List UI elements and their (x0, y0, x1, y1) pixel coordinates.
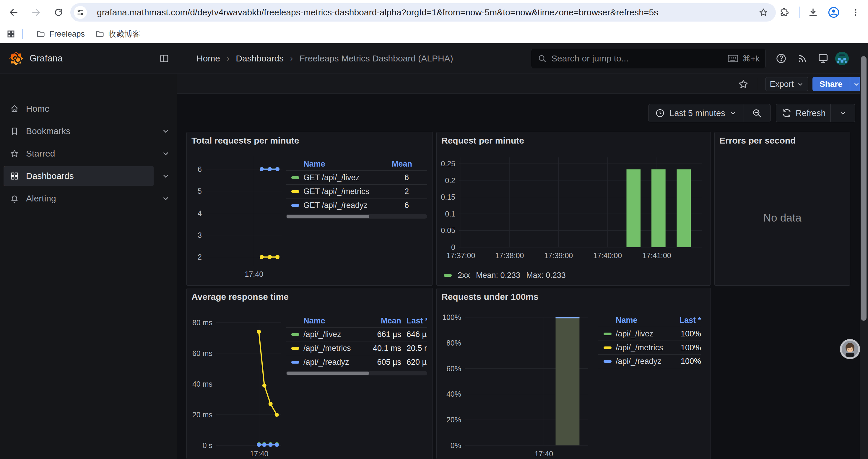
legend-row[interactable]: /api/_/metrics 100% (598, 340, 701, 355)
svg-text:80 ms: 80 ms (192, 319, 212, 327)
panel-title[interactable]: Total requests per minute (191, 136, 299, 145)
scrollbar-thumb[interactable] (861, 56, 867, 321)
grafana-logo[interactable] (9, 52, 23, 66)
legend-row[interactable]: GET /api/_/metrics 2 (286, 184, 427, 198)
series-color-pill (291, 204, 299, 207)
legend-scrollbar[interactable] (286, 214, 427, 219)
series-name[interactable]: 2xx (458, 271, 470, 280)
bookmark-folder-freeleaps[interactable]: Freeleaps (31, 27, 90, 41)
legend-row[interactable]: /api/_/readyz 100% (598, 355, 701, 368)
legend-col-name[interactable]: Name (286, 160, 392, 169)
legend-row[interactable]: /api/_/readyz 605 µs 620 µs (286, 355, 427, 369)
legend-col-mean[interactable]: Mean (392, 160, 427, 169)
series-name[interactable]: GET /api/_/readyz (303, 201, 392, 210)
bookmark-star-icon[interactable] (759, 8, 768, 17)
series-mean: 6 (392, 173, 427, 182)
apps-grid-icon[interactable] (6, 30, 16, 38)
series-name[interactable]: GET /api/_/livez (303, 173, 392, 182)
folder-icon (36, 30, 45, 38)
share-label[interactable]: Share (812, 77, 850, 91)
series-name[interactable]: /api/_/readyz (616, 357, 669, 366)
search-shortcut: ⌘+k (742, 54, 760, 64)
star-dashboard-icon[interactable] (737, 78, 750, 91)
export-button[interactable]: Export (765, 77, 808, 91)
sidebar-item-home[interactable]: Home (4, 99, 154, 119)
user-avatar[interactable] (835, 52, 849, 66)
toolbar-divider (758, 78, 758, 90)
share-button[interactable]: Share (812, 77, 863, 91)
timeseries-chart[interactable]: 0 s20 ms40 ms60 ms80 ms17:40 (190, 303, 285, 459)
help-icon[interactable] (774, 52, 788, 66)
legend-col-mean[interactable]: Mean (366, 316, 401, 326)
chevron-down-icon[interactable] (162, 127, 169, 135)
chevron-down-icon[interactable] (162, 195, 169, 202)
time-range-picker[interactable]: Last 5 minutes (649, 104, 771, 122)
floating-assistant-avatar[interactable] (840, 339, 860, 359)
url-bar[interactable] (70, 3, 776, 22)
legend-row[interactable]: /api/_/livez 661 µs 646 µs (286, 327, 427, 341)
monitor-kiosk-icon[interactable] (816, 52, 830, 66)
series-name[interactable]: /api/_/metrics (303, 344, 366, 353)
page-scrollbar[interactable] (860, 43, 868, 459)
url-input[interactable] (97, 7, 759, 18)
refresh-button-group[interactable]: Refresh (776, 104, 855, 122)
svg-text:0: 0 (451, 243, 455, 251)
legend-row[interactable]: GET /api/_/livez 6 (286, 170, 427, 184)
menu-dots-icon[interactable] (848, 5, 863, 20)
bell-icon (10, 194, 19, 203)
svg-text:0%: 0% (451, 441, 461, 450)
legend-col-name[interactable]: Name (598, 316, 669, 325)
svg-text:0.05: 0.05 (441, 226, 455, 234)
profile-icon[interactable] (827, 5, 841, 20)
grafana-app: Grafana Home › Dashboards › Freeleaps Me… (0, 43, 868, 459)
legend-row[interactable]: /api/_/metrics 40.1 ms 20.5 ms (286, 341, 427, 355)
legend-row[interactable]: /api/_/livez 100% (598, 327, 701, 340)
refresh-interval-chevron[interactable] (831, 109, 855, 117)
breadcrumb-home[interactable]: Home (196, 54, 220, 64)
legend-col-name[interactable]: Name (286, 316, 366, 326)
reload-icon[interactable] (51, 5, 66, 20)
bar-chart[interactable]: 00.050.10.150.20.2517:37:0017:38:0017:39… (439, 145, 706, 272)
site-settings-icon[interactable] (74, 6, 87, 19)
series-name[interactable]: /api/_/metrics (616, 343, 669, 352)
star-icon (10, 149, 19, 158)
series-color-pill (603, 347, 612, 349)
timeseries-chart[interactable]: 2345617:40 (190, 149, 285, 281)
sidebar-item-alerting[interactable]: Alerting (4, 189, 154, 208)
extensions-icon[interactable] (777, 5, 791, 20)
bookmark-folder-blogs[interactable]: 收藏博客 (90, 26, 146, 42)
svg-text:60%: 60% (446, 364, 461, 373)
panel-title[interactable]: Requests under 100ms (441, 292, 538, 302)
breadcrumb-current: Freeleaps Metrics Dashboard (ALPHA) (299, 54, 453, 64)
panel-title[interactable]: Request per minute (441, 136, 524, 145)
bar-chart[interactable]: 0%20%40%60%80%100%17:40 (440, 302, 593, 459)
back-icon[interactable] (6, 5, 21, 20)
forward-icon[interactable] (28, 5, 44, 20)
sidebar-item-bookmarks[interactable]: Bookmarks (4, 121, 154, 141)
search-box[interactable]: ⌘+k (531, 49, 766, 68)
legend-row[interactable]: GET /api/_/readyz 6 (286, 198, 427, 212)
panel-title[interactable]: Average response time (191, 292, 289, 302)
series-name[interactable]: /api/_/livez (616, 329, 669, 338)
series-name[interactable]: GET /api/_/metrics (303, 187, 392, 196)
legend: 2xx Mean: 0.233 Max: 0.233 (444, 271, 566, 280)
chevron-down-icon[interactable] (162, 172, 169, 180)
legend-col-last[interactable]: Last * (401, 316, 427, 326)
sidebar-item-starred[interactable]: Starred (4, 144, 154, 163)
search-input[interactable] (551, 54, 728, 64)
svg-text:0.1: 0.1 (445, 210, 455, 218)
legend-col-last[interactable]: Last * (669, 316, 701, 325)
legend-scrollbar[interactable] (286, 371, 427, 375)
news-rss-icon[interactable] (795, 52, 809, 66)
zoom-out-button[interactable] (744, 108, 770, 118)
breadcrumb-dashboards[interactable]: Dashboards (236, 54, 284, 64)
series-name[interactable]: /api/_/livez (303, 330, 366, 339)
downloads-icon[interactable] (806, 5, 820, 20)
series-color-pill (603, 360, 612, 363)
series-name[interactable]: /api/_/readyz (303, 358, 366, 367)
home-icon (10, 104, 19, 113)
sidebar-item-dashboards[interactable]: Dashboards (4, 166, 154, 186)
chevron-down-icon[interactable] (162, 150, 169, 157)
dock-sidebar-icon[interactable] (158, 53, 170, 64)
panel-title[interactable]: Errors per second (719, 136, 796, 145)
